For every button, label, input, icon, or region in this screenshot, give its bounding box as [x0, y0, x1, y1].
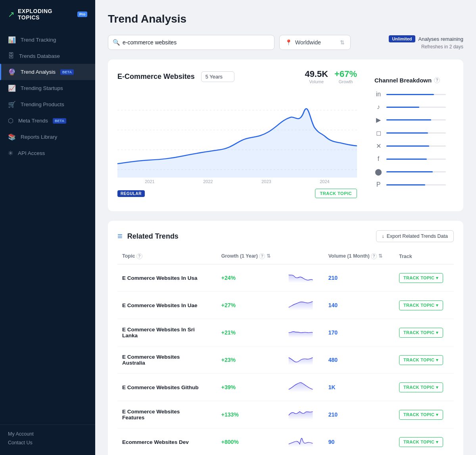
growth-value-1: +27% [221, 302, 236, 308]
nav-label-meta-trends: Meta Trends [18, 118, 48, 124]
track-topic-btn-2[interactable]: TRACK TOPIC ▾ [399, 328, 443, 338]
volume-stat: 49.5K Volume [305, 69, 328, 84]
export-button[interactable]: ↓ Export Related Trends Data [376, 230, 454, 242]
topic-name-2: E Commerce Websites In Sri Lanka [122, 327, 202, 338]
location-text: Worldwide [295, 39, 321, 46]
channel-row-tiktok: ♪ [374, 103, 446, 111]
sidebar-item-trends-database[interactable]: 🗄 Trends Database [0, 48, 95, 64]
channel-bar-wrap-reddit [386, 171, 446, 172]
sidebar-item-api-access[interactable]: ✳ API Access [0, 145, 95, 161]
channel-bar-linkedin [386, 94, 434, 95]
growth-help[interactable]: ? [259, 253, 265, 259]
topic-name-1: E Commerce Websites In Uae [122, 302, 202, 308]
sparkline-6 [287, 434, 315, 448]
pro-badge: Pro [77, 11, 87, 17]
sidebar-item-trending-startups[interactable]: 📈 Trending Startups [0, 80, 95, 96]
channel-icon-pinterest: P [374, 181, 382, 188]
channel-rows: in ♪ ▶ ◻ ✕ f [374, 91, 446, 188]
sparkline-5 [287, 407, 315, 421]
nav-label-reports-library: Reports Library [21, 134, 57, 140]
channel-card: Channel Breakdown ? in ♪ ▶ ◻ ✕ [367, 69, 454, 202]
sparkline-3 [287, 352, 315, 366]
volume-value: 49.5K [305, 69, 328, 79]
trends-table: Topic ? Growth (1 Year) ? ⇅ Volume (1 Mo… [117, 250, 454, 455]
chart-period-select[interactable]: 5 Years 2 Years 1 Year [201, 71, 234, 82]
x-label-2022: 2022 [203, 179, 213, 184]
track-topic-btn-3[interactable]: TRACK TOPIC ▾ [399, 355, 443, 365]
regular-badge: REGULAR [117, 190, 145, 197]
channel-help-icon[interactable]: ? [434, 77, 440, 83]
volume-val-5: 210 [328, 411, 338, 418]
channel-breakdown-title: Channel Breakdown ? [374, 77, 446, 84]
track-topic-btn-4[interactable]: TRACK TOPIC ▾ [399, 382, 443, 392]
dropdown-arrow-2: ▾ [436, 330, 438, 335]
dropdown-arrow-5: ▾ [436, 412, 438, 417]
nav-icon-reports-library: 📚 [8, 133, 16, 141]
col-volume: Volume (1 Month) ? ⇅ [324, 250, 394, 264]
chart-stats: 49.5K Volume +67% Growth [305, 69, 357, 84]
beta-badge-trend-analysis: BETA [60, 69, 74, 75]
beta-badge-meta-trends: BETA [53, 118, 66, 124]
location-selector[interactable]: 📍 Worldwide ⇅ [279, 35, 351, 50]
volume-val-4: 1K [328, 384, 336, 390]
channel-row-facebook: f [374, 155, 446, 162]
sidebar-item-trend-tracking[interactable]: 📊 Trend Tracking [0, 32, 95, 48]
table-row: Ecommerce Websites Dev +800% [117, 428, 454, 455]
growth-label: Growth [334, 79, 357, 84]
dropdown-arrow-4: ▾ [436, 385, 438, 390]
channel-icon-youtube: ▶ [374, 116, 382, 124]
nav-label-trend-analysis: Trend Analysis [21, 69, 56, 75]
unlimited-badge: Unlimited [389, 35, 415, 42]
search-input[interactable] [108, 35, 274, 50]
channel-bar-wrap-x [386, 145, 446, 147]
topic-help[interactable]: ? [136, 253, 142, 259]
page-title: Trend Analysis [108, 13, 463, 25]
track-topic-btn-6[interactable]: TRACK TOPIC ▾ [399, 437, 443, 447]
chart-area [117, 90, 357, 178]
nav-label-trending-startups: Trending Startups [21, 85, 63, 91]
logo-icon: ↗ [8, 10, 15, 19]
chart-main: E-Commerce Websites 5 Years 2 Years 1 Ye… [117, 69, 357, 202]
volume-val-0: 210 [328, 275, 338, 281]
col-track: Track [394, 250, 454, 264]
col-growth: Growth (1 Year) ? ⇅ [217, 250, 282, 264]
channel-row-linkedin: in [374, 91, 446, 98]
channel-bar-youtube [386, 119, 431, 120]
topic-name-4: E Commerce Websites Github [122, 384, 202, 390]
col-sparkline [282, 250, 324, 264]
table-row: E Commerce Websites In Uae +27% [117, 292, 454, 319]
sidebar-item-trend-analysis[interactable]: 🔮 Trend Analysis BETA [0, 64, 95, 80]
related-trends-title: Related Trends [127, 232, 178, 241]
growth-filter-icon[interactable]: ⇅ [267, 253, 271, 259]
volume-help[interactable]: ? [371, 253, 377, 259]
track-topic-btn-1[interactable]: TRACK TOPIC ▾ [399, 300, 443, 310]
dropdown-arrow-1: ▾ [436, 303, 438, 308]
channel-bar-tiktok [386, 107, 419, 108]
volume-label: Volume [305, 79, 328, 84]
track-topic-button[interactable]: TRACK TOPIC [315, 189, 357, 198]
growth-value-6: +800% [221, 439, 239, 445]
dropdown-arrow-3: ▾ [436, 358, 438, 363]
table-row: E Commerce Websites Australia +23% [117, 346, 454, 374]
related-trends-icon: ≡ [117, 231, 123, 241]
topic-name-0: E Commerce Websites In Usa [122, 275, 202, 281]
nav-icon-meta-trends: ⬡ [8, 117, 13, 124]
volume-filter-icon[interactable]: ⇅ [378, 253, 382, 259]
channel-bar-wrap-facebook [386, 159, 446, 160]
track-topic-btn-5[interactable]: TRACK TOPIC ▾ [399, 410, 443, 420]
col-topic: Topic ? [117, 250, 217, 264]
sidebar-item-meta-trends[interactable]: ⬡ Meta Trends BETA [0, 113, 95, 129]
nav-icon-trends-database: 🗄 [8, 52, 14, 59]
nav-icon-trending-startups: 📈 [8, 84, 16, 92]
contact-us-link[interactable]: Contact Us [8, 440, 87, 445]
logo: ↗ EXPLODING TOPICS Pro [0, 0, 95, 30]
refreshes-text: Refreshes in 2 days [421, 44, 463, 50]
my-account-link[interactable]: My Account [8, 431, 87, 437]
chart-title: E-Commerce Websites [117, 73, 195, 81]
trends-tbody: E Commerce Websites In Usa +24% [117, 264, 454, 455]
sidebar-item-reports-library[interactable]: 📚 Reports Library [0, 129, 95, 145]
sidebar-item-trending-products[interactable]: 🛒 Trending Products [0, 96, 95, 113]
track-topic-btn-0[interactable]: TRACK TOPIC ▾ [399, 273, 443, 283]
download-icon: ↓ [382, 233, 384, 239]
growth-value-3: +23% [221, 357, 236, 363]
